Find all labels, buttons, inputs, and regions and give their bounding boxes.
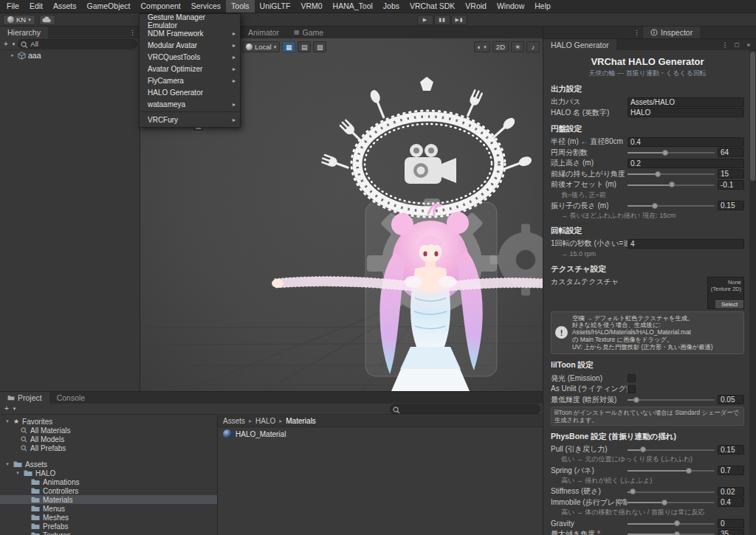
audio-toggle-button[interactable]: ♪ xyxy=(526,41,540,52)
lighting-toggle-button[interactable]: ☀ xyxy=(511,41,524,52)
tree-item-assets[interactable]: ▾ Assets xyxy=(0,460,217,469)
tree-item-prefabs[interactable]: Prefabs xyxy=(0,522,217,531)
texture-select-button[interactable]: Select xyxy=(715,300,743,308)
menu-edit[interactable]: Edit xyxy=(24,0,48,13)
menu-item-avatar-optimizer[interactable]: Avatar Optimizer ▸ xyxy=(140,63,240,75)
hierarchy-item-aaa[interactable]: ▸ aaa xyxy=(0,50,140,61)
tab-animator[interactable]: Animator xyxy=(241,27,286,38)
minbright-slider[interactable] xyxy=(628,395,715,404)
menu-item-wataameya[interactable]: wataameya ▸ xyxy=(140,98,240,110)
create-button[interactable]: + xyxy=(2,39,10,49)
menu-help[interactable]: Help xyxy=(529,0,556,13)
pendulum-field[interactable]: 0.15 xyxy=(718,201,744,210)
menu-vrm0[interactable]: VRM0 xyxy=(295,0,327,13)
hierarchy-search-input[interactable] xyxy=(18,39,137,49)
halo-scrollbar[interactable] xyxy=(749,50,756,535)
maxangle-field[interactable]: 35 xyxy=(718,529,744,535)
menu-unigltf[interactable]: UniGLTF xyxy=(255,0,296,13)
offset-slider[interactable] xyxy=(628,180,715,190)
tree-item-meshes[interactable]: Meshes xyxy=(0,513,217,522)
maxangle-slider[interactable] xyxy=(628,529,715,535)
panel-menu-icon[interactable]: ⋮ xyxy=(630,27,643,38)
tilt-field[interactable]: 15 xyxy=(718,169,744,179)
stiffness-field[interactable]: 0.02 xyxy=(718,487,744,497)
menu-jobs[interactable]: Jobs xyxy=(378,0,405,13)
stiffness-slider[interactable] xyxy=(628,487,715,497)
breadcrumb-assets[interactable]: Assets xyxy=(223,417,245,425)
close-icon[interactable]: × xyxy=(743,41,754,49)
minbright-field[interactable]: 0.05 xyxy=(718,395,744,404)
favorite-all-materials[interactable]: All Materials xyxy=(0,426,217,435)
menu-item-gesture-manager-emulator[interactable]: Gesture Manager Emulator xyxy=(140,15,240,27)
menu-assets[interactable]: Assets xyxy=(48,0,82,13)
menu-item-vrcfury[interactable]: VRCFury ▸ xyxy=(140,114,240,125)
offset-field[interactable]: -0.1 xyxy=(718,180,744,190)
play-button[interactable]: ▶ xyxy=(417,15,433,25)
immobile-slider[interactable] xyxy=(628,497,715,507)
menu-tools[interactable]: Tools xyxy=(226,0,255,13)
menu-hana-tool[interactable]: HANA_Tool xyxy=(328,0,378,13)
tree-item-controllers[interactable]: Controllers xyxy=(0,486,217,495)
tab-game[interactable]: ▦ Game xyxy=(286,27,331,38)
2d-toggle-button[interactable]: 2D xyxy=(492,41,509,52)
scrollbar-thumb[interactable] xyxy=(750,52,755,181)
pendulum-slider[interactable] xyxy=(628,201,715,210)
menu-window[interactable]: Window xyxy=(492,0,529,13)
spring-field[interactable]: 0.7 xyxy=(718,466,744,475)
head-height-field[interactable]: 0.2 xyxy=(628,159,744,168)
seconds-field[interactable]: 4 xyxy=(628,239,744,249)
texture-object-field[interactable]: None (Texture 2D) Select xyxy=(707,277,744,309)
cloud-button[interactable] xyxy=(39,15,55,25)
foldout-arrow-icon[interactable]: ▾ xyxy=(4,418,10,424)
spring-slider[interactable] xyxy=(628,466,715,475)
panel-menu-icon[interactable]: ⋮ xyxy=(126,27,140,38)
pull-slider[interactable] xyxy=(628,445,715,455)
segments-slider[interactable] xyxy=(628,148,715,157)
draw-mode-button[interactable]: ◐ ▾ xyxy=(474,41,490,52)
tree-item-textures[interactable]: Textures xyxy=(0,531,217,535)
pivot-rotation-button[interactable]: Local ▾ xyxy=(242,41,280,52)
foldout-arrow-icon[interactable]: ▸ xyxy=(10,52,16,58)
tab-halo-generator[interactable]: HALO Generator xyxy=(543,39,616,50)
halo-name-field[interactable]: HALO xyxy=(628,108,744,117)
foldout-arrow-icon[interactable]: ▾ xyxy=(15,470,21,476)
account-button[interactable]: KN ▾ xyxy=(3,15,35,25)
menu-file[interactable]: File xyxy=(1,0,24,13)
tab-project[interactable]: Project xyxy=(0,392,49,404)
pull-field[interactable]: 0.15 xyxy=(718,445,744,455)
breadcrumb-materials[interactable]: Materials xyxy=(286,417,316,425)
favorite-all-prefabs[interactable]: All Prefabs xyxy=(0,443,217,452)
tab-console[interactable]: Console xyxy=(49,392,93,404)
menu-services[interactable]: Services xyxy=(186,0,226,13)
project-search-input[interactable] xyxy=(390,404,540,414)
menu-vrchat-sdk[interactable]: VRChat SDK xyxy=(405,0,460,13)
menu-item-flycamera[interactable]: FlyCamera ▸ xyxy=(140,75,240,86)
favorites-item[interactable]: ▾ ★ Favorites xyxy=(0,417,217,426)
window-menu-icon[interactable]: ⋮ xyxy=(720,41,730,49)
menu-component[interactable]: Component xyxy=(135,0,185,13)
create-dropdown-icon[interactable]: ▾ xyxy=(12,404,18,414)
unlit-checkbox[interactable] xyxy=(628,385,636,393)
segments-field[interactable]: 64 xyxy=(718,148,744,157)
tab-hierarchy[interactable]: Hierarchy xyxy=(0,27,48,38)
grid-visibility-button[interactable]: ▤ xyxy=(298,41,311,52)
menu-vroid[interactable]: VRoid xyxy=(460,0,492,13)
snap-settings-button[interactable]: ▧ xyxy=(313,41,326,52)
tilt-slider[interactable] xyxy=(628,169,715,179)
tree-item-halo[interactable]: ▾ HALO xyxy=(0,469,217,477)
menu-item-modular-avatar[interactable]: Modular Avatar ▸ xyxy=(140,39,240,51)
radius-field[interactable]: 0.4 xyxy=(628,137,744,147)
asset-halo-material[interactable]: HALO_Material xyxy=(218,427,543,438)
emission-checkbox[interactable] xyxy=(628,374,636,382)
grid-snap-button[interactable]: ▦ xyxy=(282,41,295,52)
favorite-all-models[interactable]: All Models xyxy=(0,435,217,443)
breadcrumb-halo[interactable]: HALO xyxy=(255,417,275,425)
menu-gameobject[interactable]: GameObject xyxy=(82,0,136,13)
tree-item-animations[interactable]: Animations xyxy=(0,477,217,486)
create-button[interactable]: + xyxy=(3,404,10,414)
menu-item-halo-generator[interactable]: HALO Generator xyxy=(140,86,240,98)
menu-item-vrcquesttools[interactable]: VRCQuestTools ▸ xyxy=(140,51,240,63)
tab-inspector[interactable]: Inspector xyxy=(643,27,700,38)
pause-button[interactable]: ▮▮ xyxy=(434,15,450,25)
gravity-field[interactable]: 0 xyxy=(718,519,744,528)
